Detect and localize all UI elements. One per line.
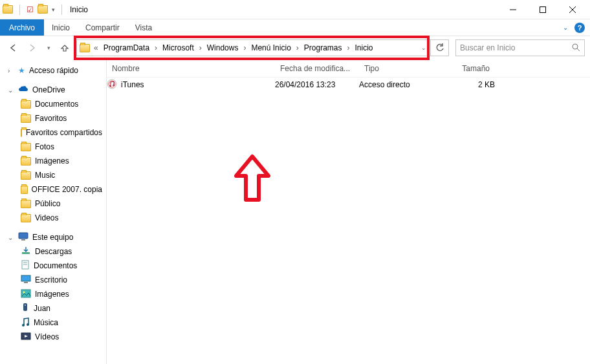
folder-icon	[21, 186, 28, 194]
chevron-icon[interactable]: «	[93, 43, 100, 52]
sidebar-item[interactable]: Documentos	[0, 97, 106, 111]
window-title: Inicio	[70, 5, 88, 14]
maximize-button[interactable]	[528, 0, 558, 19]
search-icon[interactable]	[571, 43, 580, 54]
sidebar-item-label: Acceso rápido	[29, 66, 78, 75]
sidebar-item[interactable]: Music	[0, 168, 106, 182]
sidebar-item[interactable]: Fotos	[0, 140, 106, 154]
tab-inicio[interactable]: Inicio	[44, 19, 78, 36]
titlebar: ☑ ▾ Inicio	[0, 0, 590, 19]
svg-line-5	[577, 48, 580, 51]
sidebar-item-label: Imágenes	[35, 156, 69, 166]
address-bar[interactable]: « ProgramData › Microsoft › Windows › Me…	[76, 39, 431, 56]
sidebar-item[interactable]: Favoritos	[0, 111, 106, 125]
file-row[interactable]: iTunes 26/04/2016 13:23 Acceso directo 2…	[107, 78, 590, 92]
tab-vista[interactable]: Vista	[127, 19, 160, 36]
address-dropdown-icon[interactable]: ⌄	[421, 45, 428, 51]
breadcrumb-item[interactable]: ProgramData	[101, 42, 152, 54]
star-icon: ★	[18, 66, 25, 75]
breadcrumb-item[interactable]: Programas	[301, 42, 345, 54]
tab-compartir[interactable]: Compartir	[78, 19, 127, 36]
breadcrumb-item[interactable]: Microsoft	[160, 42, 197, 54]
cloud-icon	[18, 85, 28, 95]
expand-icon[interactable]: ›	[8, 67, 14, 74]
sidebar-item[interactable]: Videos	[0, 211, 106, 225]
breadcrumb-item[interactable]: Windows	[204, 42, 241, 54]
svg-point-19	[27, 323, 29, 326]
sidebar-item-label: Este equipo	[32, 233, 73, 242]
file-size: 2 KB	[437, 80, 495, 89]
svg-rect-1	[540, 6, 546, 12]
chevron-icon[interactable]: ›	[198, 43, 203, 52]
back-button[interactable]	[5, 40, 21, 56]
svg-point-17	[25, 305, 26, 306]
folder-icon	[21, 289, 31, 300]
column-headers[interactable]: Nombre Fecha de modifica... Tipo Tamaño	[107, 59, 590, 78]
sidebar-item[interactable]: Música	[0, 316, 106, 330]
forward-button[interactable]	[25, 40, 40, 56]
recent-dropdown[interactable]: ▾	[44, 40, 53, 56]
annotation-arrow	[233, 153, 272, 205]
sidebar-item[interactable]: Vídeos	[0, 330, 106, 344]
sidebar-item-label: Público	[35, 199, 60, 208]
close-button[interactable]	[558, 0, 587, 19]
folder-icon	[21, 200, 31, 208]
sidebar-quick-access[interactable]: › ★ Acceso rápido	[0, 63, 106, 78]
breadcrumb-item[interactable]: Inicio	[353, 42, 376, 54]
breadcrumb-item[interactable]: Menú Inicio	[248, 42, 293, 54]
chevron-icon[interactable]: ›	[153, 43, 158, 52]
sidebar-item[interactable]: Juan	[0, 301, 106, 316]
svg-point-18	[22, 324, 25, 327]
svg-rect-6	[19, 233, 28, 239]
sidebar-item[interactable]: Imágenes	[0, 154, 106, 168]
pc-icon	[18, 232, 28, 243]
column-name[interactable]: Nombre	[107, 64, 275, 73]
file-list[interactable]: Nombre Fecha de modifica... Tipo Tamaño …	[107, 59, 590, 364]
sidebar-item-label: OneDrive	[32, 85, 65, 94]
sidebar-item[interactable]: Escritorio	[0, 273, 106, 287]
sidebar-item-label: Descargas	[35, 247, 72, 256]
sidebar-item-label: OFFICE 2007. copia	[32, 185, 102, 194]
sidebar-item-label: Imágenes	[35, 290, 69, 299]
sidebar-item[interactable]: Imágenes	[0, 287, 106, 301]
column-type[interactable]: Tipo	[359, 64, 437, 73]
search-input[interactable]: Buscar en Inicio	[455, 39, 585, 56]
file-menu[interactable]: Archivo	[0, 19, 44, 36]
up-button[interactable]	[57, 40, 72, 56]
address-folder-icon	[80, 44, 90, 52]
qat-folder-icon[interactable]	[38, 5, 48, 14]
folder-icon	[21, 114, 31, 123]
file-type: Acceso directo	[359, 80, 437, 89]
chevron-icon[interactable]: ›	[242, 43, 247, 52]
sidebar-item-label: Favoritos	[35, 114, 67, 123]
sidebar-this-pc[interactable]: ⌄ Este equipo	[0, 230, 106, 244]
sidebar-item-label: Documentos	[34, 261, 77, 270]
folder-icon	[21, 275, 31, 286]
minimize-button[interactable]	[498, 0, 528, 19]
column-date[interactable]: Fecha de modifica...	[275, 64, 359, 73]
qat-dropdown-icon[interactable]: ▾	[52, 6, 55, 13]
folder-icon	[21, 317, 30, 329]
sidebar-item-label: Música	[34, 318, 58, 327]
collapse-icon[interactable]: ⌄	[8, 234, 14, 241]
help-icon[interactable]: ?	[574, 23, 585, 33]
navigation-pane[interactable]: › ★ Acceso rápido ⌄ OneDrive DocumentosF…	[0, 59, 107, 364]
svg-point-15	[23, 291, 25, 293]
sidebar-item-label: Documentos	[35, 100, 78, 109]
collapse-icon[interactable]: ⌄	[8, 87, 14, 94]
refresh-button[interactable]	[431, 39, 449, 56]
qat-checkbox-icon[interactable]: ☑	[27, 5, 34, 14]
chevron-icon[interactable]: ›	[346, 43, 351, 52]
ribbon-expand-icon[interactable]: ⌄	[563, 24, 568, 31]
file-name: iTunes	[121, 80, 144, 89]
sidebar-item[interactable]: Público	[0, 197, 106, 211]
column-size[interactable]: Tamaño	[437, 64, 495, 73]
sidebar-item[interactable]: Descargas	[0, 244, 106, 259]
chevron-icon[interactable]: ›	[295, 43, 300, 52]
svg-rect-16	[23, 303, 27, 311]
sidebar-item[interactable]: OFFICE 2007. copia	[0, 182, 106, 197]
sidebar-item[interactable]: Documentos	[0, 259, 106, 273]
sidebar-onedrive[interactable]: ⌄ OneDrive	[0, 83, 106, 97]
svg-point-4	[573, 44, 578, 49]
sidebar-item[interactable]: Favoritos compartidos	[0, 125, 106, 140]
